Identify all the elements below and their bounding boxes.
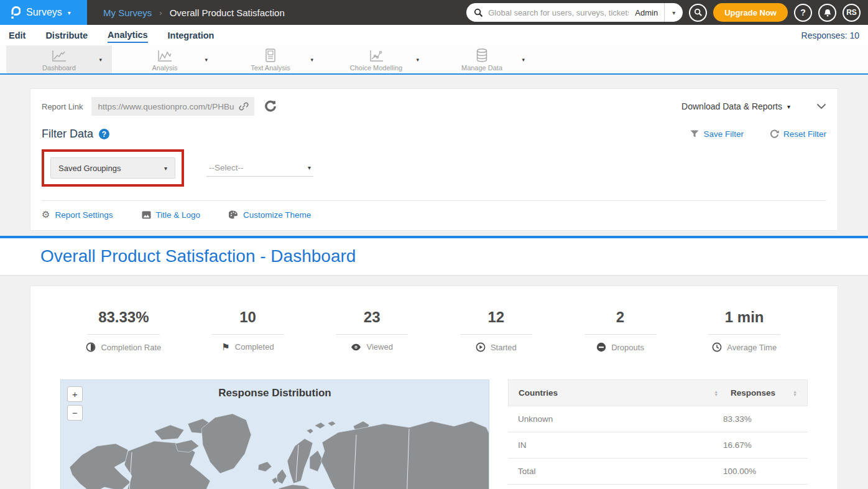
dashboard-card: 83.33% Completion Rate 10 ⚑ Completed 23 (30, 286, 838, 489)
search-scope-label: Admin (629, 8, 664, 17)
tab-edit[interactable]: Edit (9, 28, 25, 42)
image-icon (142, 211, 151, 219)
filter-select-dropdown[interactable]: --Select-- ▾ (206, 159, 313, 177)
title-logo-link[interactable]: Title & Logo (142, 210, 201, 220)
customize-theme-link[interactable]: Customize Theme (229, 210, 311, 220)
qr-code-icon[interactable] (264, 100, 277, 113)
sort-icon[interactable]: ▲▼ (793, 390, 797, 396)
report-row-actions: Download Data & Reports ▾ (681, 101, 826, 111)
column-countries[interactable]: Countries (519, 388, 714, 398)
search-button[interactable] (689, 4, 707, 22)
topbar-actions: Admin ▾ Upgrade Now ? RS (466, 3, 868, 22)
stat-completion-rate: 83.33% Completion Rate (62, 309, 186, 352)
search-icon (474, 8, 483, 17)
tab-label: Dashboard (42, 64, 76, 72)
bottom-row: Response Distribution + − (30, 380, 838, 489)
table-row: IN 16.67% (508, 432, 808, 459)
country-value: 16.67% (723, 440, 798, 450)
chevron-down-icon: ▾ (787, 103, 790, 110)
stat-viewed: 23 Viewed (310, 309, 434, 352)
chevron-down-icon[interactable]: ▾ (310, 57, 313, 63)
responses-count: Responses: 10 (801, 30, 859, 40)
help-button[interactable]: ? (794, 4, 812, 22)
stat-label-text: Completed (235, 342, 274, 352)
filter-select-value: --Select-- (209, 163, 308, 172)
stat-value: 2 (616, 309, 624, 326)
tab-label: Choice Modelling (350, 64, 402, 72)
report-settings-link[interactable]: ⚙ Report Settings (42, 209, 113, 220)
breadcrumb-current: Overall Product Satisfaction (170, 7, 285, 18)
product-switcher[interactable]: Surveys ▾ (0, 0, 87, 25)
tab-manage-data[interactable]: Manage Data ▾ (429, 45, 535, 73)
divider (460, 334, 532, 335)
tab-dashboard[interactable]: Dashboard ▾ (6, 45, 112, 73)
red-highlight-annotation: Saved Groupings ▾ (42, 149, 184, 187)
avatar[interactable]: RS (843, 4, 861, 22)
chevron-down-icon[interactable]: ▾ (416, 57, 419, 63)
avatar-initials: RS (846, 8, 857, 17)
stat-value: 83.33% (98, 309, 149, 326)
help-icon[interactable]: ? (99, 129, 109, 139)
scatter-chart-icon (368, 48, 384, 63)
link-icon[interactable] (238, 101, 249, 112)
survey-nav: Edit Distribute Analytics Integration Re… (0, 25, 868, 45)
chevron-down-icon[interactable]: ▾ (522, 57, 525, 63)
stat-value: 23 (364, 309, 381, 326)
upgrade-now-button[interactable]: Upgrade Now (713, 3, 788, 22)
tab-text-analysis[interactable]: Text Analysis ▾ (218, 45, 323, 73)
customize-theme-label: Customize Theme (243, 210, 311, 220)
tab-analysis[interactable]: Analysis ▾ (112, 45, 218, 73)
chevron-down-icon: ▾ (68, 9, 71, 16)
reset-filter-button[interactable]: Reset Filter (770, 129, 826, 139)
search-scope-dropdown[interactable]: ▾ (664, 3, 683, 22)
save-filter-button[interactable]: Save Filter (690, 129, 744, 139)
completion-rate-icon (86, 342, 96, 352)
stat-label-text: Viewed (366, 342, 392, 352)
country-name: Total (518, 467, 723, 476)
filter-data-title: Filter Data (42, 128, 93, 141)
table-row: Total 100.00% (508, 459, 808, 485)
notifications-button[interactable] (818, 4, 836, 22)
report-link-input[interactable] (98, 102, 238, 111)
report-link-field[interactable] (91, 97, 254, 116)
global-search[interactable]: Admin ▾ (466, 3, 683, 22)
tab-distribute[interactable]: Distribute (45, 28, 88, 42)
global-search-input[interactable] (488, 8, 629, 17)
breadcrumb-separator-icon: › (159, 8, 162, 17)
breadcrumb-my-surveys[interactable]: My Surveys (103, 7, 152, 18)
report-link-row: Report Link Download Data & Reports ▾ (30, 89, 838, 121)
funnel-icon (690, 130, 699, 138)
reset-filter-label: Reset Filter (783, 129, 826, 139)
divider (336, 334, 408, 335)
report-settings-label: Report Settings (55, 210, 113, 220)
top-bar: Surveys ▾ My Surveys › Overall Product S… (0, 0, 868, 25)
countries-table: Countries ▲▼ Responses ▲▼ Unknown 83.33%… (508, 380, 808, 489)
divider (212, 334, 284, 335)
tab-analytics[interactable]: Analytics (108, 27, 147, 43)
chevron-down-icon: ▾ (308, 164, 311, 171)
flag-icon: ⚑ (221, 342, 229, 352)
sort-icon[interactable]: ▲▼ (714, 390, 718, 396)
tab-choice-modelling[interactable]: Choice Modelling ▾ (323, 45, 429, 73)
column-responses[interactable]: Responses (731, 388, 790, 398)
tab-integration[interactable]: Integration (168, 28, 215, 42)
chevron-down-icon[interactable]: ▾ (99, 57, 102, 63)
tab-label: Analysis (152, 64, 178, 72)
saved-groupings-dropdown[interactable]: Saved Groupings ▾ (50, 157, 175, 179)
save-filter-label: Save Filter (703, 129, 744, 139)
stat-value: 1 min (725, 309, 764, 326)
world-map[interactable] (61, 408, 489, 489)
clock-icon (712, 342, 722, 352)
database-icon (475, 48, 489, 63)
download-label: Download Data & Reports (681, 101, 782, 111)
zoom-in-button[interactable]: + (67, 386, 83, 402)
download-data-reports-dropdown[interactable]: Download Data & Reports ▾ (681, 101, 790, 111)
tab-label: Text Analysis (251, 64, 290, 72)
saved-groupings-value: Saved Groupings (58, 164, 164, 173)
question-mark-icon: ? (800, 7, 806, 17)
stat-label-text: Average Time (727, 343, 777, 352)
divider (584, 334, 657, 335)
chevron-down-icon[interactable]: ▾ (205, 57, 208, 63)
play-circle-icon (476, 342, 486, 352)
collapse-panel-button[interactable] (816, 103, 826, 109)
